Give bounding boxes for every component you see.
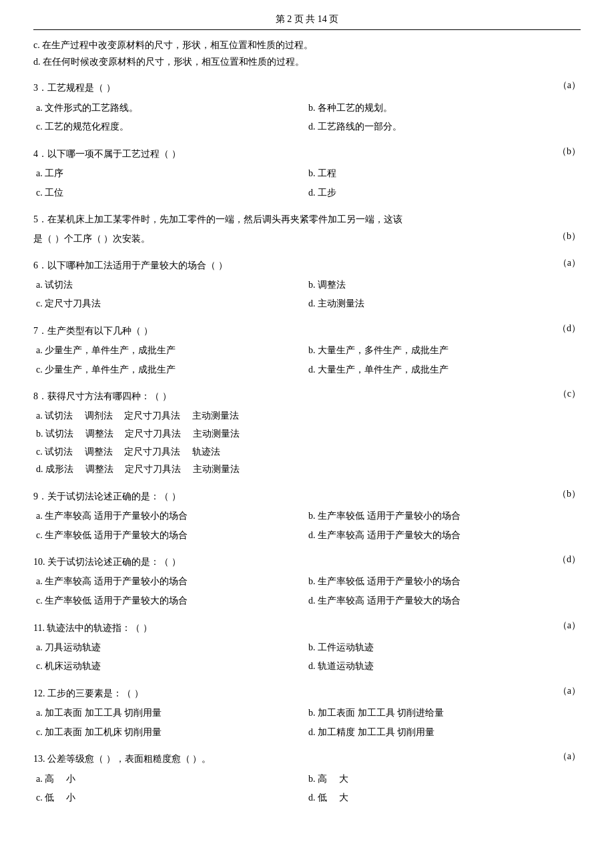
question-line-q9: 9．关于试切法论述正确的是：（ ）（b） [33,488,581,505]
question-text-q4: 4．以下哪一项不属于工艺过程（ ） [33,146,541,162]
option-item-q11-b: b. 工件运动轨迹 [308,639,581,657]
option-item-q11-d: d. 轨道运动轨迹 [308,658,581,676]
question-block-q5: 5．在某机床上加工某零件时，先加工零件的一端，然后调头再夹紧零件加工另一端，这该… [33,211,581,247]
option-item-q11-c: c. 机床运动轨迹 [36,658,308,676]
question-answer-q9: （b） [541,488,581,500]
question-text-q9: 9．关于试切法论述正确的是：（ ） [33,488,541,505]
question-block-q8: 8．获得尺寸方法有哪四种：（ ）（c）a. 试切法 调剂法 定尺寸刀具法 主动测… [33,388,581,479]
option-item-q6-d: d. 主动测量法 [308,295,581,313]
option-item-q10-b: b. 生产率较低 适用于产量较小的场合 [308,573,581,591]
question-line-q6: 6．以下哪种加工法适用于产量较大的场合（ ）（a） [33,257,581,274]
question-line-q13: 13. 公差等级愈（ ），表面粗糙度愈（ ）。（a） [33,750,581,767]
option-item-q10-d: d. 生产率较高 适用于产量较大的场合 [308,592,581,610]
option-item-q9-c: c. 生产率较低 适用于产量较大的场合 [36,527,308,545]
question-block-q12: 12. 工步的三要素是：（ ）（a）a. 加工表面 加工工具 切削用量b. 加工… [33,685,581,741]
question-text-q13: 13. 公差等级愈（ ），表面粗糙度愈（ ）。 [33,750,541,767]
option-item-q8-0: a. 试切法 调剂法 定尺寸刀具法 主动测量法 [36,407,581,425]
option-item-q9-d: d. 生产率较高 适用于产量较大的场合 [308,527,581,545]
option-item-q12-c: c. 加工表面 加工机床 切削用量 [36,724,308,742]
question-block-q11: 11. 轨迹法中的轨迹指：（ ）（a）a. 刀具运动轨迹b. 工件运动轨迹c. … [33,620,581,676]
question-line-q5: 5．在某机床上加工某零件时，先加工零件的一端，然后调头再夹紧零件加工另一端，这该 [33,211,581,228]
question-text-q6: 6．以下哪种加工法适用于产量较大的场合（ ） [33,257,541,274]
question-line-q11: 11. 轨迹法中的轨迹指：（ ）（a） [33,620,581,636]
question-line-q10: 10. 关于试切法论述正确的是：（ ）（d） [33,554,581,570]
question-block-q9: 9．关于试切法论述正确的是：（ ）（b）a. 生产率较高 适用于产量较小的场合b… [33,488,581,544]
intro-line-c: c. 在生产过程中改变原材料的尺寸，形状，相互位置和性质的过程。 [33,37,581,53]
question-block-q6: 6．以下哪种加工法适用于产量较大的场合（ ）（a）a. 试切法b. 调整法c. … [33,257,581,313]
option-item-q7-d: d. 大量生产，单件生产，成批生产 [308,361,581,379]
option-item-q13-a: a. 高 小 [36,771,308,789]
question-line-q7: 7．生产类型有以下几种（ ）（d） [33,322,581,339]
option-item-q7-a: a. 少量生产，单件生产，成批生产 [36,342,308,360]
question-answer-q8: （c） [541,388,581,400]
option-item-q4-a: a. 工序 [36,165,308,183]
question-block-q13: 13. 公差等级愈（ ），表面粗糙度愈（ ）。（a）a. 高 小b. 高 大c.… [33,750,581,807]
option-item-q4-c: c. 工位 [36,184,308,202]
option-item-q3-b: b. 各种工艺的规划。 [308,99,581,118]
options-q4: a. 工序b. 工程c. 工位d. 工步 [33,165,581,202]
question-answer-q4: （b） [541,146,581,158]
option-item-q4-b: b. 工程 [308,165,581,183]
option-item-q11-a: a. 刀具运动轨迹 [36,639,308,657]
options-q13: a. 高 小b. 高 大c. 低 小d. 低 大 [33,771,581,807]
option-item-q13-b: b. 高 大 [308,771,581,789]
intro-line-d: d. 在任何时候改变原材料的尺寸，形状，相互位置和性质的过程。 [33,53,581,70]
option-item-q10-c: c. 生产率较低 适用于产量较大的场合 [36,592,308,610]
question-answer-q12: （a） [541,685,581,697]
question-text-q8: 8．获得尺寸方法有哪四种：（ ） [33,388,541,405]
option-item-q7-c: c. 少量生产，单件生产，成批生产 [36,361,308,379]
option-item-q3-a: a. 文件形式的工艺路线。 [36,99,308,118]
options-q9: a. 生产率较高 适用于产量较小的场合b. 生产率较低 适用于产量较小的场合c.… [33,507,581,544]
question-answer-q3: （a） [541,79,581,91]
question-answer-q11: （a） [541,620,581,632]
options-q7: a. 少量生产，单件生产，成批生产b. 大量生产，多件生产，成批生产c. 少量生… [33,342,581,379]
question-answer-q13: （a） [541,750,581,763]
option-item-q3-c: c. 工艺的规范化程度。 [36,118,308,136]
option-item-q6-a: a. 试切法 [36,276,308,294]
question-text-q10: 10. 关于试切法论述正确的是：（ ） [33,554,541,570]
options-q12: a. 加工表面 加工工具 切削用量b. 加工表面 加工工具 切削进给量c. 加工… [33,704,581,741]
option-item-q8-3: d. 成形法 调整法 定尺寸刀具法 主动测量法 [36,461,581,479]
question-line-q8: 8．获得尺寸方法有哪四种：（ ）（c） [33,388,581,405]
option-item-q9-b: b. 生产率较低 适用于产量较小的场合 [308,507,581,525]
option-item-q12-a: a. 加工表面 加工工具 切削用量 [36,704,308,722]
question-text-q5-1: 5．在某机床上加工某零件时，先加工零件的一端，然后调头再夹紧零件加工另一端，这该 [33,211,581,228]
question-answer-q5: （b） [541,230,581,242]
option-item-q6-b: b. 调整法 [308,276,581,294]
options-q3: a. 文件形式的工艺路线。b. 各种工艺的规划。c. 工艺的规范化程度。d. 工… [33,99,581,136]
question-line-q12: 12. 工步的三要素是：（ ）（a） [33,685,581,702]
option-item-q6-c: c. 定尺寸刀具法 [36,295,308,313]
option-item-q12-b: b. 加工表面 加工工具 切削进给量 [308,704,581,722]
intro-section: c. 在生产过程中改变原材料的尺寸，形状，相互位置和性质的过程。 d. 在任何时… [33,37,581,70]
option-item-q4-d: d. 工步 [308,184,581,202]
option-item-q13-d: d. 低 大 [308,789,581,807]
question-line-q4: 4．以下哪一项不属于工艺过程（ ）（b） [33,146,581,162]
question-block-q10: 10. 关于试切法论述正确的是：（ ）（d）a. 生产率较高 适用于产量较小的场… [33,554,581,610]
options-q10: a. 生产率较高 适用于产量较小的场合b. 生产率较低 适用于产量较小的场合c.… [33,573,581,610]
option-item-q3-d: d. 工艺路线的一部分。 [308,118,581,136]
page-header: 第 2 页 共 14 页 [33,13,581,30]
option-item-q8-1: b. 试切法 调整法 定尺寸刀具法 主动测量法 [36,425,581,443]
question-answer-q7: （d） [541,322,581,335]
question-line-q5-2: 是（ ）个工序（ ）次安装。（b） [33,230,581,247]
question-text-q3: 3．工艺规程是（ ） [33,79,541,96]
options-q11: a. 刀具运动轨迹b. 工件运动轨迹c. 机床运动轨迹d. 轨道运动轨迹 [33,639,581,676]
options-q8: a. 试切法 调剂法 定尺寸刀具法 主动测量法b. 试切法 调整法 定尺寸刀具法… [33,407,581,478]
question-text-q5-2: 是（ ）个工序（ ）次安装。 [33,230,541,247]
option-item-q8-2: c. 试切法 调整法 定尺寸刀具法 轨迹法 [36,443,581,461]
question-text-q11: 11. 轨迹法中的轨迹指：（ ） [33,620,541,636]
question-answer-q6: （a） [541,257,581,269]
option-item-q7-b: b. 大量生产，多件生产，成批生产 [308,342,581,360]
question-line-q3: 3．工艺规程是（ ）（a） [33,79,581,96]
question-block-q4: 4．以下哪一项不属于工艺过程（ ）（b）a. 工序b. 工程c. 工位d. 工步 [33,146,581,202]
question-block-q3: 3．工艺规程是（ ）（a）a. 文件形式的工艺路线。b. 各种工艺的规划。c. … [33,79,581,136]
option-item-q13-c: c. 低 小 [36,789,308,807]
question-text-q7: 7．生产类型有以下几种（ ） [33,322,541,339]
option-item-q10-a: a. 生产率较高 适用于产量较小的场合 [36,573,308,591]
question-block-q7: 7．生产类型有以下几种（ ）（d）a. 少量生产，单件生产，成批生产b. 大量生… [33,322,581,379]
question-answer-q10: （d） [541,554,581,566]
question-text-q12: 12. 工步的三要素是：（ ） [33,685,541,702]
option-item-q12-d: d. 加工精度 加工工具 切削用量 [308,724,581,742]
option-item-q9-a: a. 生产率较高 适用于产量较小的场合 [36,507,308,525]
options-q6: a. 试切法b. 调整法c. 定尺寸刀具法d. 主动测量法 [33,276,581,313]
